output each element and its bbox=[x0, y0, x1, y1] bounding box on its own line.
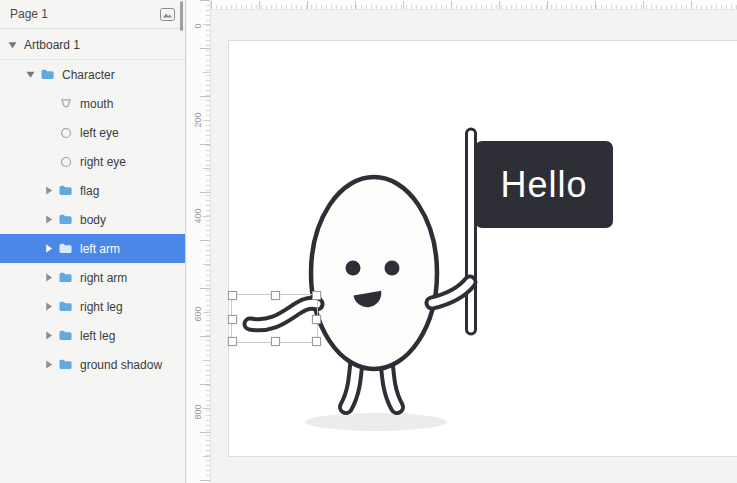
layer-row-left-arm[interactable]: left arm bbox=[0, 234, 185, 263]
layer-label: mouth bbox=[80, 97, 113, 111]
layer-row-flag[interactable]: flag bbox=[0, 176, 185, 205]
layer-label: Artboard 1 bbox=[24, 38, 80, 52]
chevron-right-icon[interactable] bbox=[44, 273, 53, 282]
layer-label: Character bbox=[62, 68, 115, 82]
body-shape[interactable] bbox=[311, 177, 437, 369]
selection-handle-middle-right[interactable] bbox=[312, 315, 321, 324]
layer-label: body bbox=[80, 213, 106, 227]
layer-row-character[interactable]: Character bbox=[0, 60, 185, 89]
selection-handle-middle-left[interactable] bbox=[228, 315, 237, 324]
folder-icon bbox=[58, 185, 73, 196]
layer-label: flag bbox=[80, 184, 99, 198]
chevron-right-icon[interactable] bbox=[44, 186, 53, 195]
layer-row-mouth[interactable]: mouth bbox=[0, 89, 185, 118]
layer-row-right-arm[interactable]: right arm bbox=[0, 263, 185, 292]
ruler-ticks-major bbox=[211, 1, 737, 9]
chevron-right-icon[interactable] bbox=[44, 331, 53, 340]
layer-label: ground shadow bbox=[80, 358, 162, 372]
folder-icon bbox=[58, 272, 73, 283]
folder-icon bbox=[40, 69, 55, 80]
flag-pole-shape[interactable] bbox=[467, 129, 476, 334]
flag-text: Hello bbox=[500, 164, 587, 205]
layer-row-right-eye[interactable]: right eye bbox=[0, 147, 185, 176]
disclosure-spacer bbox=[44, 157, 53, 166]
selection-handle-top-left[interactable] bbox=[228, 291, 237, 300]
layer-row-ground-shadow[interactable]: ground shadow bbox=[0, 350, 185, 379]
ruler-label: 0 bbox=[193, 17, 203, 35]
page-title: Page 1 bbox=[10, 7, 48, 21]
chevron-right-icon[interactable] bbox=[44, 360, 53, 369]
right-eye-shape[interactable] bbox=[385, 261, 400, 276]
selection-handle-bottom-right[interactable] bbox=[312, 337, 321, 346]
folder-icon bbox=[58, 330, 73, 341]
selection-box[interactable] bbox=[231, 294, 318, 343]
artboard[interactable]: Hello bbox=[228, 40, 737, 457]
layer-row-right-leg[interactable]: right leg bbox=[0, 292, 185, 321]
selection-handle-top-right[interactable] bbox=[312, 291, 321, 300]
layer-list: Artboard 1 Character mouth left eye bbox=[0, 29, 185, 379]
ground-shadow-shape[interactable] bbox=[305, 413, 447, 431]
layer-label: left eye bbox=[80, 126, 119, 140]
layer-label: left leg bbox=[80, 329, 115, 343]
horizontal-ruler bbox=[211, 0, 737, 10]
layer-row-body[interactable]: body bbox=[0, 205, 185, 234]
canvas[interactable]: Hello bbox=[211, 10, 737, 483]
chevron-right-icon[interactable] bbox=[44, 215, 53, 224]
layer-row-artboard-1[interactable]: Artboard 1 bbox=[0, 31, 185, 60]
chevron-down-icon[interactable] bbox=[26, 70, 35, 79]
chevron-right-icon[interactable] bbox=[44, 302, 53, 311]
ruler-label: 600 bbox=[193, 305, 203, 323]
ruler-label: 400 bbox=[193, 207, 203, 225]
character-illustration[interactable]: Hello bbox=[229, 41, 737, 456]
shape-icon bbox=[58, 98, 73, 110]
chevron-down-icon[interactable] bbox=[8, 41, 17, 50]
sidebar-scrollbar[interactable] bbox=[180, 1, 183, 31]
layer-row-left-leg[interactable]: left leg bbox=[0, 321, 185, 350]
vertical-ruler: 0 200 400 600 800 bbox=[187, 0, 211, 483]
layer-label: right leg bbox=[80, 300, 123, 314]
folder-icon bbox=[58, 359, 73, 370]
page-header[interactable]: Page 1 bbox=[0, 0, 185, 29]
layer-label: left arm bbox=[80, 242, 120, 256]
layer-label: right arm bbox=[80, 271, 127, 285]
page-list-icon[interactable] bbox=[160, 8, 175, 21]
selection-handle-top-middle[interactable] bbox=[271, 291, 280, 300]
folder-icon bbox=[58, 301, 73, 312]
flag-shape[interactable]: Hello bbox=[475, 141, 613, 228]
folder-icon bbox=[58, 214, 73, 225]
ruler-label: 800 bbox=[193, 403, 203, 421]
disclosure-spacer bbox=[44, 128, 53, 137]
layer-row-left-eye[interactable]: left eye bbox=[0, 118, 185, 147]
selection-handle-bottom-middle[interactable] bbox=[271, 337, 280, 346]
ruler-label: 200 bbox=[193, 111, 203, 129]
selection-handle-bottom-left[interactable] bbox=[228, 337, 237, 346]
layers-panel: Page 1 Artboard 1 Character mouth bbox=[0, 0, 186, 483]
chevron-right-icon[interactable] bbox=[44, 244, 53, 253]
left-eye-shape[interactable] bbox=[346, 261, 361, 276]
disclosure-spacer bbox=[44, 99, 53, 108]
layer-label: right eye bbox=[80, 155, 126, 169]
oval-icon bbox=[58, 127, 73, 139]
folder-icon bbox=[58, 243, 73, 254]
oval-icon bbox=[58, 156, 73, 168]
